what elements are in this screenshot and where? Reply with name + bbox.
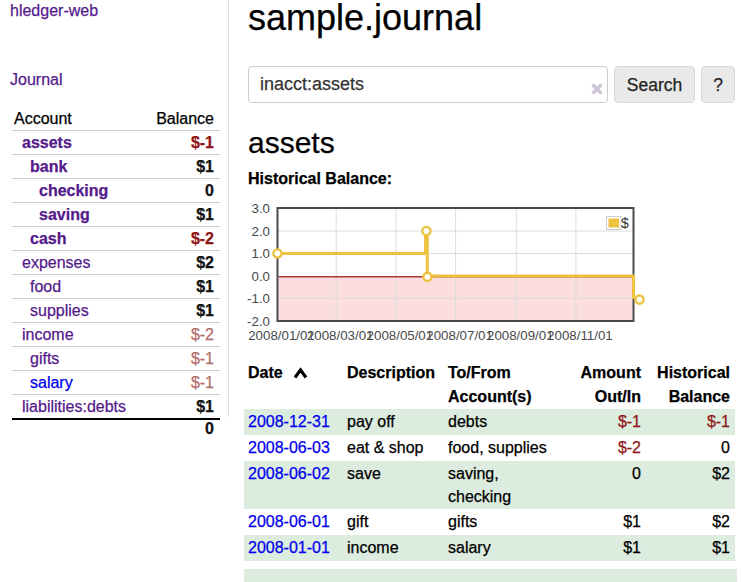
svg-text:2.0: 2.0 — [252, 224, 271, 239]
svg-text:-2.0: -2.0 — [247, 314, 270, 329]
svg-text:0.0: 0.0 — [252, 269, 271, 284]
svg-text:1.0: 1.0 — [252, 246, 271, 261]
svg-text:2008/07/01: 2008/07/01 — [426, 328, 493, 343]
svg-text:-1.0: -1.0 — [247, 291, 270, 306]
svg-text:2008/05/01: 2008/05/01 — [367, 328, 434, 343]
svg-text:2008/01/01: 2008/01/01 — [248, 328, 315, 343]
svg-text:2008/09/01: 2008/09/01 — [487, 328, 554, 343]
svg-text:$: $ — [621, 215, 629, 231]
svg-text:3.0: 3.0 — [252, 201, 271, 216]
svg-text:2008/11/01: 2008/11/01 — [547, 328, 613, 343]
svg-text:2008/03/01: 2008/03/01 — [307, 328, 374, 343]
